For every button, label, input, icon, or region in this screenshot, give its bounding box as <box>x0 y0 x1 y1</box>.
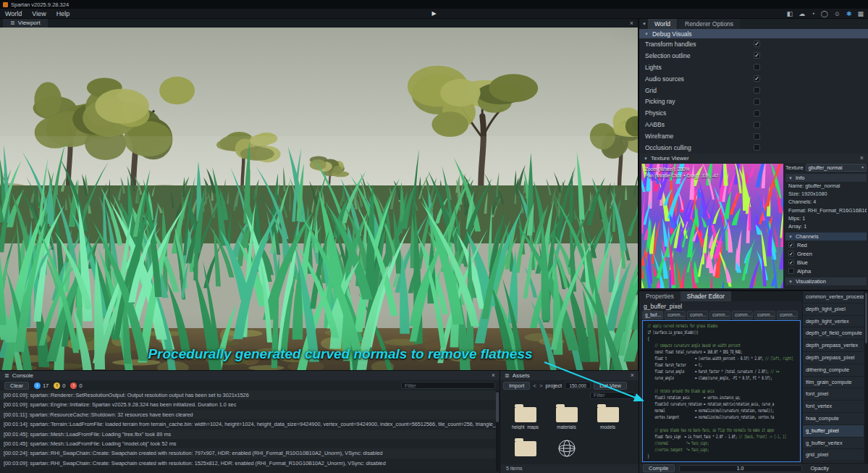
tab-viewport[interactable]: ≣ Viewport <box>3 19 48 28</box>
checkbox[interactable]: ✓ <box>754 52 760 59</box>
asset-item[interactable]: height_maps <box>505 404 546 434</box>
checkbox[interactable] <box>754 122 760 128</box>
warning-count[interactable]: ! 0 <box>54 382 65 389</box>
shader-list-item[interactable]: g_buffer_vertex <box>803 438 864 450</box>
texture-label: Texture <box>785 164 804 171</box>
shader-list-item[interactable]: g_buffer_pixel <box>803 425 864 438</box>
shader-file-tab[interactable]: comm... <box>754 311 775 319</box>
shader-list-item[interactable]: fxaa_compute <box>803 413 864 425</box>
menu-view[interactable]: View <box>27 9 51 19</box>
circle-icon[interactable]: ◯ <box>821 9 828 19</box>
console-filter-input[interactable] <box>401 382 495 389</box>
opacity-slider[interactable]: 1.0 <box>679 465 802 472</box>
channels-header[interactable]: ▼ Channels <box>785 233 867 240</box>
checkbox[interactable] <box>754 87 760 93</box>
grid-icon[interactable]: ▦ <box>857 9 864 19</box>
shader-list-item[interactable]: grid_pixel <box>803 449 864 461</box>
scrollbar-thumb[interactable] <box>865 293 867 343</box>
close-icon[interactable]: × <box>631 371 634 380</box>
checkbox[interactable] <box>754 144 760 151</box>
thumbnail-size-box[interactable]: 150,000 <box>565 382 591 389</box>
sphere-icon[interactable]: ◔ <box>811 9 814 19</box>
screenshot-icon[interactable]: ◧ <box>787 9 793 19</box>
checkbox[interactable] <box>754 133 760 140</box>
scrollbar[interactable] <box>496 390 499 472</box>
play-button[interactable]: ▶ <box>431 10 436 17</box>
checkbox[interactable]: ✓ <box>754 41 760 47</box>
checkbox[interactable]: ✓ <box>788 242 794 248</box>
viewport-3d-scene[interactable]: Procedurally generated curved normals to… <box>0 28 638 370</box>
checkbox[interactable]: ✓ <box>788 259 794 265</box>
shader-list-item[interactable]: depth_light_pixel <box>803 304 864 316</box>
asset-item[interactable]: models <box>587 404 628 434</box>
scrollbar-thumb[interactable] <box>496 392 499 422</box>
shader-list-item[interactable]: depth_prepass_pixel <box>803 352 864 364</box>
menu-world[interactable]: World <box>0 9 27 19</box>
shader-list-item[interactable]: font_pixel <box>803 388 864 401</box>
channel-label: Red <box>797 242 807 248</box>
shader-list: common_vertex_processingdepth_light_pixe… <box>802 291 864 463</box>
tab-world[interactable]: World <box>648 19 677 29</box>
checkbox[interactable] <box>754 64 760 70</box>
settings-gear-icon[interactable]: ✱ <box>846 9 852 19</box>
shader-list-item[interactable]: depth_light_vertex <box>803 316 864 328</box>
import-button[interactable]: Import <box>503 382 530 390</box>
world-panel-tabs: ▼ World Renderer Options <box>639 19 868 29</box>
assets-filter-input[interactable] <box>590 392 635 399</box>
shader-file-tab[interactable]: comm... <box>687 311 708 319</box>
error-count[interactable]: ! 0 <box>70 382 82 389</box>
collapse-icon[interactable]: ▼ <box>642 22 646 26</box>
close-icon[interactable]: × <box>492 371 495 380</box>
code-editor[interactable]: // apply curved normals for grass blades… <box>642 320 801 462</box>
debug-option-label: Grid <box>645 87 754 94</box>
tab-properties[interactable]: Properties <box>639 291 681 301</box>
error-icon: ! <box>70 382 77 389</box>
debug-visuals-header[interactable]: ▼ Debug Visuals <box>639 29 868 38</box>
texture-viewer-header[interactable]: ▼ Texture Viewer × <box>639 154 868 163</box>
shader-list-item[interactable]: film_grain_compute <box>803 377 864 389</box>
info-header[interactable]: ▼ Info <box>785 174 867 182</box>
back-icon[interactable]: < <box>533 382 536 389</box>
debug-option-label: AABBs <box>645 121 754 128</box>
forward-icon[interactable]: > <box>539 382 543 389</box>
menu-help[interactable]: Help <box>51 9 75 19</box>
visualization-header[interactable]: ▼ Visualization <box>785 277 867 285</box>
tab-shader-editor[interactable]: Shader Editor <box>681 291 731 301</box>
close-icon[interactable]: × <box>860 154 864 163</box>
shader-list-item[interactable]: depth_prepass_vertex <box>803 340 864 352</box>
console-header: ≣ Console × <box>0 371 500 380</box>
clear-button[interactable]: Clear <box>4 382 29 390</box>
checkbox[interactable] <box>754 110 760 117</box>
texture-preview[interactable]: Zoom (Wheel): 280% Pan (Middle Click + D… <box>641 164 783 288</box>
info-count[interactable]: i 17 <box>34 382 49 389</box>
shader-file-tab[interactable]: g_buf... <box>642 311 663 319</box>
shader-list-item[interactable]: depth_of_field_compute <box>803 327 864 340</box>
shader-list-item[interactable]: common_vertex_processing <box>803 291 864 304</box>
shader-list-item[interactable]: dithering_compute <box>803 364 864 377</box>
shader-file-tab[interactable]: comm... <box>777 311 798 319</box>
smiley-icon[interactable]: ☺ <box>834 9 840 19</box>
asset-item[interactable] <box>505 438 546 464</box>
cloud-icon[interactable]: ☁ <box>799 9 805 19</box>
debug-option-row: Occlusion culling <box>639 142 868 154</box>
checkbox[interactable]: ✓ <box>788 251 794 256</box>
shader-list-item[interactable]: font_vertex <box>803 401 864 413</box>
tab-renderer-options[interactable]: Renderer Options <box>678 19 740 29</box>
shader-file-tab[interactable]: comm... <box>709 311 730 319</box>
code-line: // apply curved normals for grass blades <box>646 323 740 330</box>
scrollbar[interactable] <box>864 291 868 463</box>
asset-item[interactable]: materials <box>546 404 587 434</box>
texture-select[interactable]: gbuffer_normal ▾ <box>806 164 867 172</box>
panel-menu-icon[interactable]: ≣ <box>4 372 9 379</box>
compile-button[interactable]: Compile <box>643 464 675 472</box>
checkbox[interactable] <box>754 99 760 105</box>
checkbox[interactable]: ✓ <box>754 75 760 82</box>
breadcrumb[interactable]: project <box>546 382 562 389</box>
collapse-icon: ▼ <box>788 280 793 284</box>
asset-item[interactable] <box>546 438 587 464</box>
shader-file-tab[interactable]: comm... <box>732 311 753 319</box>
shader-file-tab[interactable]: comm... <box>665 311 686 319</box>
list-view-button[interactable]: List View <box>594 382 627 390</box>
panel-menu-icon[interactable]: ≣ <box>505 372 510 379</box>
checkbox[interactable] <box>788 268 794 274</box>
